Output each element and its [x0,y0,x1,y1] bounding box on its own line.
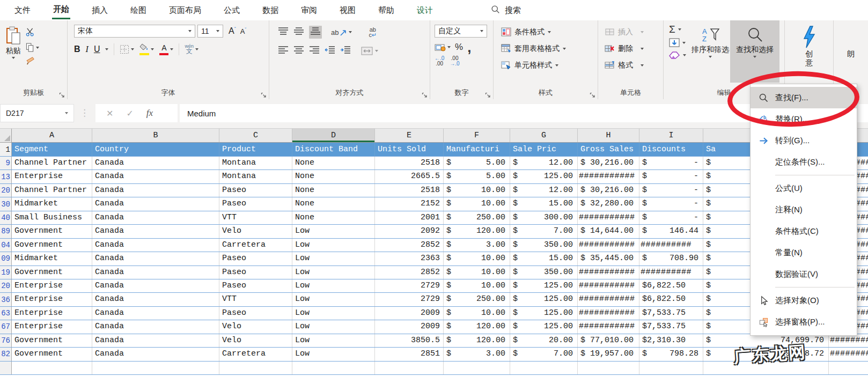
cell[interactable]: 2729 [375,279,444,292]
fill-button[interactable] [669,38,686,47]
cell[interactable]: $120.00 [444,225,510,238]
cell[interactable]: ########## [639,266,703,279]
cell[interactable]: Enterprise [12,293,92,306]
cell[interactable]: 3850.5 [375,334,444,347]
dialog-launcher-icon[interactable] [485,91,491,97]
ribbon-tab[interactable]: 数据 [251,0,290,20]
row-number[interactable]: 9 [0,157,12,169]
dialog-launcher-icon[interactable] [590,91,595,97]
autosum-button[interactable]: Σ [669,25,686,34]
cell[interactable]: Paseo [219,252,292,265]
cell[interactable] [292,362,375,374]
cell[interactable]: $125.00 [510,279,578,292]
ribbon-tab[interactable]: 视图 [328,0,367,20]
cell[interactable]: $- [639,197,703,210]
cell[interactable]: Channel Partner [12,184,92,197]
cell[interactable]: $6,822.50 [639,293,703,306]
row-number[interactable]: 1 [0,143,12,156]
cell[interactable]: $7,533.75 [639,307,703,320]
cell[interactable]: 2665.5 [375,170,444,183]
row-number[interactable]: 89 [0,225,12,238]
cut-button[interactable] [26,28,39,39]
ribbon-tab[interactable]: 设计 [406,0,444,20]
orientation-button[interactable]: ab [331,28,352,36]
cell[interactable]: Manufacturi [444,143,510,156]
conditional-formatting-button[interactable]: 条件格式 [501,25,598,39]
accounting-format-button[interactable] [435,43,451,51]
ribbon-tab[interactable]: 公式 [212,0,251,20]
cell[interactable]: $12.00 [510,157,578,169]
cell[interactable]: $350.00 [510,266,578,279]
cell[interactable]: Velo [219,225,292,238]
cell[interactable]: VTT [219,211,292,224]
cell[interactable]: Government [12,348,92,360]
merge-center-button[interactable] [361,47,378,55]
cell[interactable]: Canada [92,184,219,197]
cell[interactable]: Discounts [639,143,703,156]
cell[interactable]: $20.00 [510,334,578,347]
number-format-combobox[interactable]: 自定义 [435,25,487,38]
cell[interactable]: $300.00 [510,211,578,224]
cell[interactable]: Low [292,307,375,320]
align-right-button[interactable] [309,46,320,56]
cell[interactable]: $250.00 [444,211,510,224]
cell[interactable]: Product [219,143,292,156]
bold-button[interactable]: B [74,45,80,54]
cell[interactable]: $74,699.70 [703,334,829,347]
menu-item[interactable]: 公式(U) [751,178,857,199]
align-center-button[interactable] [293,46,304,56]
cell[interactable] [639,362,703,374]
cell[interactable]: ########### [578,170,639,183]
cell[interactable] [444,362,510,374]
cell[interactable]: $ 35,445.00 [578,252,639,265]
percent-style-button[interactable]: % [455,42,463,53]
delete-cells-button[interactable]: 删除 [605,41,663,56]
cell[interactable]: Government [12,266,92,279]
cell[interactable]: Government [12,334,92,347]
formula-bar-handle[interactable]: ⋮ [80,107,89,119]
cell[interactable]: Canada [92,239,219,252]
cell[interactable]: $6,822.50 [639,279,703,292]
ideas-button[interactable]: 创意 [785,20,833,85]
cell[interactable]: $798.28 [639,348,703,360]
cell[interactable]: ########## [829,334,868,347]
grow-font-button[interactable]: Aˆ [229,26,236,36]
cell[interactable]: $ 14,644.00 [578,225,639,238]
row-number[interactable]: 19 [0,266,12,279]
cell[interactable]: ########### [578,211,639,224]
decrease-indent-button[interactable] [325,46,335,56]
comma-style-button[interactable]: , [467,43,471,51]
cell[interactable]: Small Business [12,211,92,224]
cell[interactable]: 2729 [375,293,444,306]
cell[interactable]: Midmarket [12,252,92,265]
menu-item[interactable]: 常量(N) [751,242,857,263]
column-header[interactable]: D [292,129,375,142]
cell[interactable]: $3.00 [444,239,510,252]
cell[interactable]: $10.00 [444,252,510,265]
shrink-font-button[interactable]: Aˇ [240,27,247,35]
ribbon-search[interactable]: 搜索 [491,0,521,20]
cell[interactable] [510,362,578,374]
cell[interactable]: $10.00 [444,197,510,210]
cell[interactable]: $120.00 [444,320,510,333]
cell[interactable]: ########### [578,279,639,292]
cell[interactable]: Government [12,239,92,252]
cell[interactable]: Velo [219,320,292,333]
cell[interactable]: Carretera [219,239,292,252]
cell[interactable]: Low [292,348,375,360]
cell[interactable]: 2852 [375,266,444,279]
cell[interactable]: $- [639,157,703,169]
cell[interactable]: Enterprise [12,320,92,333]
phonetic-guide-button[interactable]: wén 文 [185,44,198,54]
sort-filter-button[interactable]: AZ 排序和筛选 [690,20,730,83]
cell[interactable]: Channel Partner [12,157,92,169]
select-all-corner[interactable] [0,129,12,142]
cell[interactable]: Canada [92,157,219,169]
cell[interactable]: Canada [92,307,219,320]
cell[interactable]: Carretera [219,348,292,360]
cell[interactable]: $15.00 [510,197,578,210]
cell[interactable] [829,362,868,374]
dialog-launcher-icon[interactable] [422,91,428,97]
cell[interactable]: Low [292,279,375,292]
cell[interactable]: ########### [578,320,639,333]
